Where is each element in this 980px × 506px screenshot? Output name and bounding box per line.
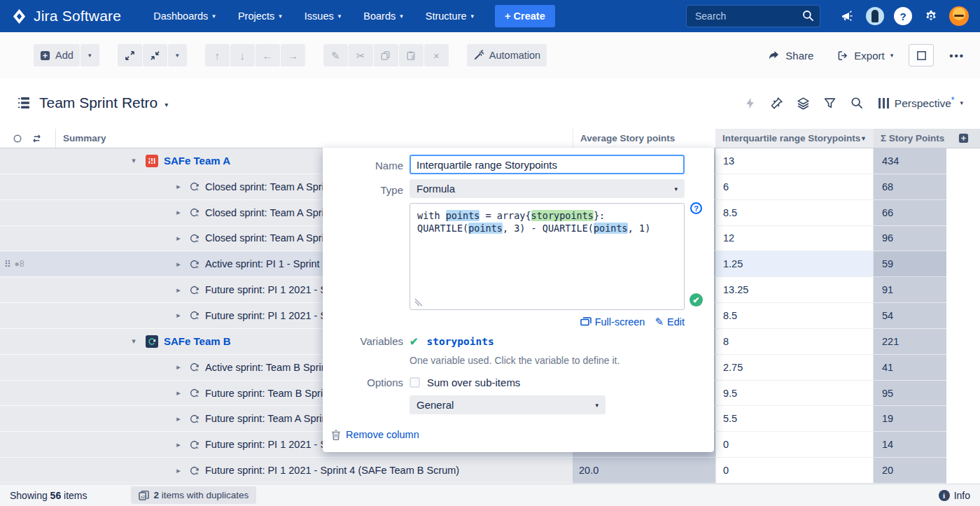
column-header-average[interactable]: Average Story points [573,129,715,148]
sprint-icon [189,310,200,321]
edit-formula-link[interactable]: ✎ Edit [654,316,685,328]
filter-icon[interactable] [820,92,841,113]
collapse-chevron-icon[interactable]: ▸ [174,363,183,372]
variable-storypoints-link[interactable]: storypoints [427,336,494,347]
expand-chevron-icon[interactable]: ▾ [129,337,139,346]
collapse-chevron-icon[interactable]: ▸ [174,311,183,320]
remove-column-link[interactable]: Remove column [331,429,419,440]
row-right-spacer [946,174,980,200]
move-left-button[interactable]: ← [255,44,280,66]
fullscreen-link[interactable]: Full-screen [580,316,645,328]
info-button[interactable]: i Info [939,490,970,501]
column-menu-caret-icon[interactable]: ▼ [860,135,867,142]
table-header: Summary Average Story points Interquarti… [0,129,980,148]
sum-option-label: Sum over sub-items [427,377,520,388]
type-value: Formula [416,183,455,195]
columns-icon [878,98,889,108]
layers-icon[interactable] [793,92,814,113]
variable-check-icon: ✔ [410,335,419,348]
table-row[interactable]: ▸Future sprint: PI 1 2021 - Sprint 4 (SA… [0,458,980,484]
collapse-chevron-icon[interactable]: ▸ [174,182,183,191]
duplicates-icon: x2 [139,491,149,500]
row-gutter [0,432,56,458]
nav-menu-boards[interactable]: Boards▾ [352,0,414,32]
logo-text: Jira Software [34,8,121,24]
quick-action-icon[interactable] [740,92,761,113]
automation-button[interactable]: Automation [467,44,547,66]
row-right-spacer [946,381,980,407]
collapse-chevron-icon[interactable]: ▸ [174,234,183,243]
delete-button[interactable]: × [424,44,449,66]
swap-columns-icon[interactable] [31,134,42,143]
column-header-iqr[interactable]: Interquartile range Storypoints▼ [715,129,874,148]
column-name-input[interactable] [410,155,685,174]
app-icon[interactable] [862,3,888,29]
cut-button[interactable]: ✂ [349,44,373,66]
formula-text: with points = array{storypoints}:QUARTIL… [417,209,677,234]
paste-button[interactable] [399,44,424,66]
drag-handle-icon[interactable]: ⠿ [4,259,10,269]
more-options-button[interactable]: ••• [941,44,973,66]
expand-dropdown-chevron[interactable]: ▾ [168,44,187,66]
create-button[interactable]: + Create [495,5,555,27]
add-dropdown-chevron[interactable]: ▾ [80,44,99,66]
collapse-chevron-icon[interactable]: ▸ [174,286,183,295]
collapse-chevron-icon[interactable]: ▸ [174,466,183,475]
column-header-summary[interactable]: Summary [56,129,573,148]
move-right-button[interactable]: → [281,44,305,66]
row-iqr-cell: 1.25 [715,251,874,277]
row-summary-cell[interactable]: ▸Future sprint: PI 1 2021 - Sprint 4 (SA… [56,458,573,484]
format-select[interactable]: General ▾ [410,395,606,414]
expand-chevron-icon[interactable]: ▾ [129,156,139,165]
options-label: Options [323,377,403,388]
settings-gear-icon[interactable] [918,3,944,29]
issue-circle-icon[interactable] [13,134,22,143]
nav-menu-projects[interactable]: Projects▾ [227,0,293,32]
move-down-button[interactable]: ↓ [230,44,255,66]
formula-help-icon[interactable]: ? [690,202,702,214]
search-structure-icon[interactable] [846,92,867,113]
duplicates-count: 2 [154,490,160,500]
structure-selector[interactable]: Team Sprint Retro ▾ [18,94,168,111]
search-icon[interactable] [802,10,814,22]
row-iqr-cell: 8.5 [715,200,874,226]
user-avatar[interactable] [946,3,972,29]
perspective-selector[interactable]: Perspective* ▾ [878,95,963,110]
sum-over-subitems-checkbox[interactable] [410,377,420,388]
search-input[interactable] [686,5,820,27]
jira-logo[interactable]: Jira Software [11,8,121,24]
nav-menu-issues[interactable]: Issues▾ [293,0,352,32]
pin-icon[interactable] [766,92,788,113]
help-icon[interactable]: ? [890,3,916,29]
add-column-button[interactable] [946,129,980,148]
column-type-select[interactable]: Formula ▾ [410,179,685,198]
expand-all-button[interactable] [118,44,142,66]
duplicates-chip[interactable]: x2 2 items with duplicates [131,486,257,504]
collapse-chevron-icon[interactable]: ▸ [174,414,183,423]
group-link[interactable]: SAFe Team B [164,335,231,347]
share-button[interactable]: Share [760,44,822,66]
formula-editor[interactable]: with points = array{storypoints}:QUARTIL… [410,203,685,310]
variables-row: ✔ storypoints [410,335,494,348]
nav-menu-dashboards[interactable]: Dashboards▾ [142,0,227,32]
collapse-chevron-icon[interactable]: ▸ [174,208,183,217]
export-button[interactable]: Export ▾ [829,44,902,66]
resize-handle-icon[interactable] [414,298,423,307]
collapse-all-button[interactable] [143,44,167,66]
add-button[interactable]: Add [34,44,80,66]
collapse-chevron-icon[interactable]: ▸ [174,260,183,269]
nav-menu-structure[interactable]: Structure▾ [414,0,485,32]
header-gutter [0,129,56,148]
perspective-label: Perspective [895,98,951,110]
group-link[interactable]: SAFe Team A [164,155,230,167]
move-up-button[interactable]: ↑ [205,44,230,66]
fullwidth-toggle-button[interactable] [909,44,934,66]
announcements-icon[interactable] [834,3,860,29]
nav-search [686,5,820,27]
square-icon [916,50,927,61]
collapse-chevron-icon[interactable]: ▸ [174,440,183,449]
collapse-chevron-icon[interactable]: ▸ [174,388,183,398]
column-header-sum[interactable]: Σ Story Points [874,129,946,148]
copy-button[interactable] [374,44,398,66]
edit-button[interactable]: ✎ [323,44,348,66]
